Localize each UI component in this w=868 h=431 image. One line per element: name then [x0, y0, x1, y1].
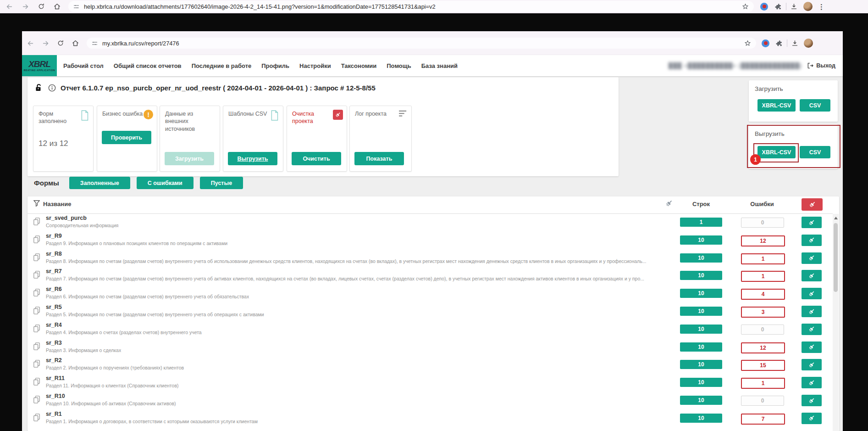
filter-funnel-icon[interactable] [33, 200, 40, 209]
form-description: Раздел 9. Информация о плановых позициях… [46, 241, 227, 246]
form-name[interactable]: sr_R5 [46, 304, 62, 310]
clear-form-button[interactable] [802, 395, 822, 406]
copy-icon[interactable] [33, 288, 40, 299]
filter-empty-button[interactable]: Пустые [200, 177, 243, 189]
clear-form-button[interactable] [802, 324, 822, 335]
extension-badge-icon[interactable] [762, 39, 769, 47]
site-info-icon[interactable] [73, 3, 80, 10]
check-button[interactable]: Проверить [102, 131, 151, 144]
copy-icon[interactable] [33, 270, 40, 281]
clear-form-button[interactable] [802, 377, 822, 388]
broom-icon [808, 361, 815, 369]
form-name[interactable]: sr_R3 [46, 340, 62, 346]
copy-icon[interactable] [33, 342, 40, 353]
back-icon[interactable] [27, 39, 34, 47]
form-name[interactable]: sr_R11 [46, 375, 65, 381]
scroll-up-icon[interactable] [834, 217, 838, 219]
nav-item-help[interactable]: Помощь [387, 62, 411, 69]
clear-form-button[interactable] [802, 270, 822, 281]
copy-icon[interactable] [33, 359, 40, 370]
reload-icon[interactable] [38, 3, 45, 10]
nav-item-desktop[interactable]: Рабочий стол [63, 62, 104, 69]
filter-with-errors-button[interactable]: С ошибками [137, 177, 194, 189]
forms-section: Формы Заполненные С ошибками Пустые [34, 177, 249, 189]
menu-kebab-icon[interactable]: ⋮ [818, 3, 825, 10]
clear-form-button[interactable] [802, 413, 822, 424]
avatar[interactable] [804, 39, 813, 48]
card-external-data: Данные из внешних источников Загрузить [160, 106, 220, 172]
form-name[interactable]: sr_R10 [46, 393, 65, 399]
clear-form-button[interactable] [802, 306, 822, 317]
form-name[interactable]: sr_R6 [46, 286, 62, 292]
cleanup-button[interactable]: Очистить [292, 152, 341, 165]
avatar[interactable] [803, 2, 813, 11]
home-icon[interactable] [53, 3, 61, 11]
download-icon[interactable] [791, 39, 799, 47]
reload-icon[interactable] [57, 39, 64, 47]
forward-icon[interactable] [22, 3, 29, 11]
download-icon[interactable] [790, 3, 798, 11]
nav-item-knowledge-base[interactable]: База знаний [421, 62, 458, 69]
clear-form-button[interactable] [802, 359, 822, 370]
form-name[interactable]: sr_R4 [46, 322, 62, 328]
outer-url-bar[interactable]: help.xbrlca.ru/download/attachments/1776… [68, 1, 754, 12]
card-forms-filled: Форм заполнено 12 из 12 [33, 106, 94, 172]
copy-icon[interactable] [33, 377, 40, 388]
copy-icon[interactable] [33, 306, 40, 317]
form-name[interactable]: sr_R9 [46, 233, 62, 239]
form-name[interactable]: sr_R2 [46, 357, 62, 364]
extensions-puzzle-icon[interactable] [775, 39, 783, 47]
outer-url-text[interactable]: help.xbrlca.ru/download/attachments/1776… [84, 3, 436, 10]
load-external-button: Загрузить [165, 152, 214, 165]
info-icon[interactable] [48, 84, 56, 92]
clear-form-button[interactable] [802, 288, 822, 299]
nav-item-report-list[interactable]: Общий список отчетов [114, 62, 182, 69]
copy-icon[interactable] [33, 253, 40, 263]
site-info-icon[interactable] [91, 40, 98, 47]
form-name[interactable]: sr_sved_purcb [46, 215, 87, 221]
bookmark-star-icon[interactable] [741, 3, 749, 11]
copy-icon[interactable] [33, 324, 40, 335]
extensions-puzzle-icon[interactable] [774, 3, 782, 11]
form-name[interactable]: sr_R8 [46, 251, 62, 257]
copy-icon[interactable] [33, 413, 40, 424]
back-icon[interactable] [6, 3, 13, 11]
upload-xbrl-csv-button[interactable]: XBRL-CSV [757, 99, 796, 112]
export-templates-button[interactable]: Выгрузить [228, 152, 277, 165]
form-name[interactable]: sr_R1 [46, 411, 62, 417]
inner-url-bar[interactable]: my.xbrlka.ru/csv/report/27476 [87, 38, 756, 49]
download-xbrl-csv-button[interactable]: XBRL-CSV [757, 146, 796, 158]
download-csv-button[interactable]: CSV [800, 146, 830, 158]
upload-csv-button[interactable]: CSV [800, 99, 830, 112]
filter-filled-button[interactable]: Заполненные [69, 177, 130, 189]
upload-title: Загрузить [755, 85, 783, 92]
column-header-name: Название [43, 201, 71, 207]
clear-form-button[interactable] [802, 252, 822, 264]
copy-icon[interactable] [33, 217, 40, 228]
nav-item-taxonomies[interactable]: Таксономии [341, 62, 377, 69]
warning-icon: ! [144, 110, 153, 119]
inner-url-text[interactable]: my.xbrlka.ru/csv/report/27476 [102, 40, 179, 47]
clear-all-button[interactable] [802, 198, 823, 211]
clear-form-button[interactable] [802, 217, 822, 228]
form-name[interactable]: sr_R7 [46, 268, 62, 274]
extension-badge-icon[interactable] [760, 3, 768, 11]
clear-form-button[interactable] [802, 235, 822, 246]
table-row: sr_R5 Раздел 5. Информация по счетам (ра… [28, 303, 833, 321]
nav-item-settings[interactable]: Настройки [299, 62, 331, 69]
broom-icon[interactable] [665, 199, 673, 209]
clear-form-button[interactable] [802, 341, 822, 353]
logout-button[interactable]: Выход [807, 62, 835, 69]
xbrl-logo[interactable]: XBRL REATING APPLICATION [22, 55, 57, 76]
forward-icon[interactable] [42, 39, 50, 47]
show-log-button[interactable]: Показать [354, 152, 404, 165]
nav-item-profile[interactable]: Профиль [261, 62, 289, 69]
home-icon[interactable] [72, 39, 79, 47]
nav-item-recent[interactable]: Последние в работе [192, 62, 252, 69]
bookmark-star-icon[interactable] [744, 39, 752, 47]
scrollbar-thumb[interactable] [834, 223, 838, 292]
errors-count-badge: 0 [741, 396, 784, 406]
copy-icon[interactable] [33, 235, 40, 246]
copy-icon[interactable] [33, 395, 40, 406]
errors-count-badge: 0 [741, 218, 784, 228]
